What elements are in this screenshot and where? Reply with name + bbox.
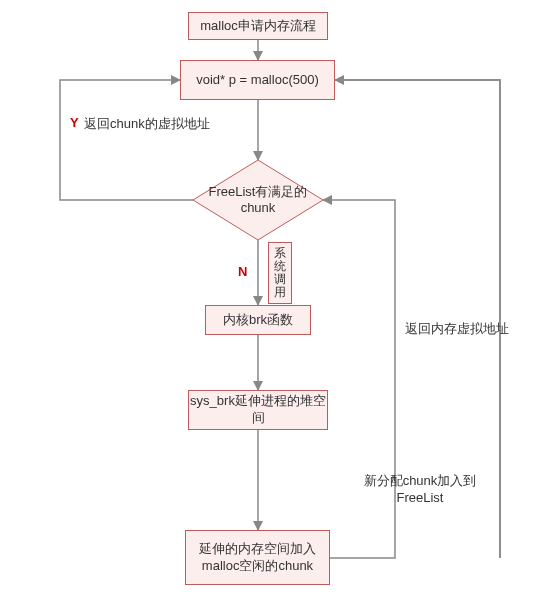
- label-return-mem: 返回内存虚拟地址: [405, 320, 509, 338]
- label-return-chunk: 返回chunk的虚拟地址: [84, 115, 210, 133]
- label-return-mem-text: 返回内存虚拟地址: [405, 321, 509, 336]
- node-syscall-tag-label: 系统调用: [273, 247, 287, 300]
- node-extend-chunk-label: 延伸的内存空间加入malloc空闲的chunk: [186, 541, 329, 575]
- node-malloc-call: void* p = malloc(500): [180, 60, 335, 100]
- node-decision-label: FreeList有满足的chunk: [193, 184, 323, 215]
- label-branch-no: N: [238, 264, 247, 279]
- node-sys-brk-label: sys_brk延伸进程的堆空间: [189, 393, 327, 427]
- flowchart-canvas: malloc申请内存流程 void* p = malloc(500) FreeL…: [0, 0, 543, 616]
- label-branch-yes-text: Y: [70, 115, 79, 130]
- node-syscall-tag: 系统调用: [268, 242, 292, 304]
- node-decision-freelist: FreeList有满足的chunk: [193, 160, 323, 240]
- node-title: malloc申请内存流程: [188, 12, 328, 40]
- label-branch-yes: Y: [70, 115, 79, 130]
- node-sys-brk: sys_brk延伸进程的堆空间: [188, 390, 328, 430]
- node-title-label: malloc申请内存流程: [200, 18, 316, 35]
- label-return-chunk-text: 返回chunk的虚拟地址: [84, 116, 210, 131]
- label-new-chunk-text: 新分配chunk加入到 FreeList: [364, 473, 477, 505]
- node-malloc-call-label: void* p = malloc(500): [196, 72, 318, 89]
- label-branch-no-text: N: [238, 264, 247, 279]
- node-kernel-brk-label: 内核brk函数: [223, 312, 293, 329]
- node-extend-chunk: 延伸的内存空间加入malloc空闲的chunk: [185, 530, 330, 585]
- node-kernel-brk: 内核brk函数: [205, 305, 311, 335]
- label-new-chunk: 新分配chunk加入到 FreeList: [350, 472, 490, 505]
